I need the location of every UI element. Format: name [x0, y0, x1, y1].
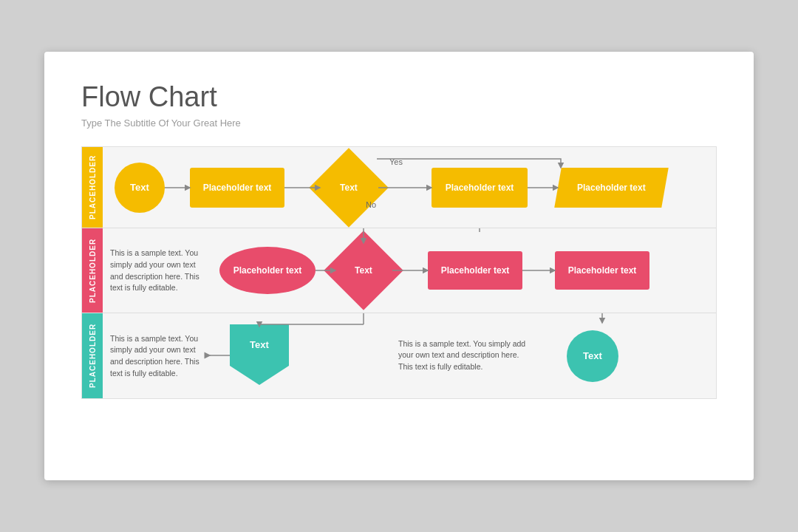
svg-text:Text: Text: [250, 339, 269, 350]
row-label-pink: PLACEHOLDER: [82, 228, 103, 313]
row-label-yellow: PLACEHOLDER: [82, 147, 103, 228]
no-label: No: [366, 200, 376, 209]
shape-chevron-teal[interactable]: Text: [230, 324, 289, 388]
row-teal: PLACEHOLDER This is a sample text. You s…: [82, 313, 716, 398]
page-title: Flow Chart: [81, 81, 717, 113]
circle-text: Text: [130, 182, 149, 193]
yes-label: Yes: [389, 157, 403, 166]
shape-rect-pink-2[interactable]: Placeholder text: [555, 251, 649, 290]
text-block-pink: This is a sample text. You simply add yo…: [110, 248, 206, 294]
row-content-teal: This is a sample text. You simply add yo…: [103, 313, 716, 398]
text-block-teal-right: This is a sample text. You simply add yo…: [398, 338, 535, 373]
shape-diamond-pink[interactable]: Text: [324, 231, 403, 310]
shape-rect-yellow-1[interactable]: Placeholder text: [190, 168, 284, 208]
flowchart: PLACEHOLDER Text Placeholder text Text Y…: [81, 146, 717, 399]
shape-ellipse-pink[interactable]: Placeholder text: [219, 247, 316, 294]
shape-circle-yellow[interactable]: Text: [115, 163, 165, 213]
row-yellow: PLACEHOLDER Text Placeholder text Text Y…: [82, 147, 716, 228]
shape-rect-yellow-2[interactable]: Placeholder text: [432, 168, 528, 208]
shape-parallelogram-yellow[interactable]: Placeholder text: [558, 168, 665, 208]
shape-rect-pink-1[interactable]: Placeholder text: [428, 251, 522, 290]
row-content-yellow: Text Placeholder text Text Yes No Pla: [103, 147, 716, 228]
row-pink: PLACEHOLDER This is a sample text. You s…: [82, 228, 716, 313]
page-subtitle: Type The Subtitle Of Your Great Here: [81, 117, 717, 129]
shape-circle-teal[interactable]: Text: [567, 330, 618, 382]
svg-marker-9: [230, 324, 289, 385]
slide: Flow Chart Type The Subtitle Of Your Gre…: [44, 52, 754, 480]
shape-diamond-yellow[interactable]: Text: [309, 148, 388, 227]
text-block-teal-left: This is a sample text. You simply add yo…: [110, 332, 206, 379]
row-label-teal: PLACEHOLDER: [82, 313, 103, 398]
row-content-pink: This is a sample text. You simply add yo…: [103, 228, 716, 313]
